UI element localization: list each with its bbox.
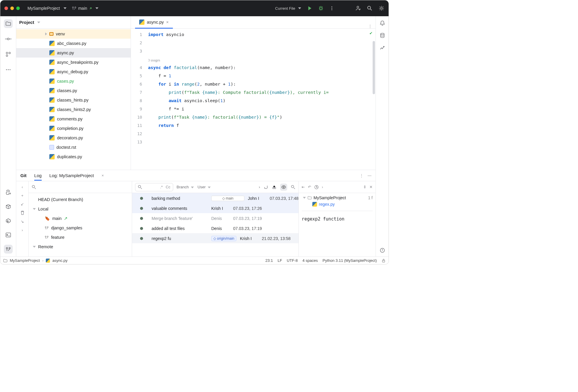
tree-item[interactable]: classes_hints2.py: [16, 105, 131, 114]
usages-hint[interactable]: 3 usages: [148, 58, 160, 62]
close-tab-icon[interactable]: ×: [102, 173, 104, 178]
inspections-ok-icon[interactable]: ✔: [369, 31, 373, 35]
tree-item[interactable]: async_breakpoints.py: [16, 58, 131, 67]
tree-item[interactable]: doctest.rst: [16, 143, 131, 152]
expand-icon[interactable]: ›: [22, 228, 23, 232]
checkout-icon[interactable]: ↙: [21, 202, 24, 206]
run-icon[interactable]: [307, 6, 312, 11]
search-icon[interactable]: [291, 185, 296, 190]
chart-icon[interactable]: [380, 45, 385, 50]
notifications-icon[interactable]: [380, 20, 385, 26]
tree-item[interactable]: async_debug.py: [16, 67, 131, 76]
structure-tool-icon[interactable]: [4, 50, 13, 59]
more-tools-icon[interactable]: [4, 65, 13, 74]
debug-icon[interactable]: [318, 6, 324, 11]
log-filter-input[interactable]: .* Cc: [135, 183, 173, 191]
tree-item[interactable]: venv: [16, 29, 131, 39]
expand-collapse-icon[interactable]: ⇕: [363, 185, 366, 189]
cherry-pick-icon[interactable]: [272, 185, 277, 190]
search-icon[interactable]: [367, 5, 373, 11]
branch-item[interactable]: django_samples: [32, 223, 129, 233]
encoding[interactable]: UTF-8: [287, 258, 298, 263]
terminal-icon[interactable]: [4, 231, 13, 239]
fetch-icon[interactable]: ↘: [21, 219, 24, 224]
tree-item[interactable]: classes_hints.py: [16, 95, 131, 105]
commit-row[interactable]: regexp2 fu◇ origin/mainKrish I21.02.23, …: [132, 233, 298, 243]
branch-switcher[interactable]: main: [72, 6, 98, 11]
branch-filter[interactable]: Branch: [177, 185, 194, 189]
git-branches: HEAD (Current Branch) Local🔖 main ↗ djan…: [29, 181, 132, 257]
project-tree[interactable]: venvabc_classes.pyasync.pyasync_breakpoi…: [16, 29, 131, 170]
project-selector[interactable]: MySampleProject: [27, 6, 66, 11]
branch-group[interactable]: Remote: [32, 242, 129, 251]
commit-tool-icon[interactable]: [4, 35, 13, 43]
close-window-icon[interactable]: [4, 6, 8, 10]
tree-item[interactable]: classes.py: [16, 86, 131, 95]
next-icon[interactable]: ›: [322, 185, 323, 190]
commit-row[interactable]: added all test filesDenis07.03.23, 17:19: [132, 223, 298, 233]
run-config-selector[interactable]: Current File: [275, 6, 301, 11]
git-tab-log2[interactable]: Log: MySampleProject: [49, 173, 94, 178]
interpreter[interactable]: Python 3.11 (MySampleProject): [322, 258, 377, 263]
search-icon[interactable]: [32, 185, 36, 190]
project-tool-icon[interactable]: [4, 19, 13, 28]
add-icon[interactable]: +: [21, 193, 24, 198]
python-file-icon: [49, 41, 55, 46]
minimize-panel-icon[interactable]: —: [368, 173, 371, 178]
close-tab-icon[interactable]: ×: [166, 20, 168, 24]
git-options-icon[interactable]: ⋮: [360, 173, 363, 178]
line-sep[interactable]: LF: [277, 258, 282, 263]
head-branch[interactable]: HEAD (Current Branch): [32, 195, 129, 204]
regex-toggle[interactable]: .*: [160, 185, 163, 189]
eye-icon[interactable]: [280, 184, 287, 191]
user-filter[interactable]: User: [197, 185, 211, 189]
collapse-icon[interactable]: ‹: [22, 185, 23, 189]
branch-group[interactable]: Local: [32, 204, 129, 214]
case-toggle[interactable]: Cc: [166, 185, 171, 189]
packages-icon[interactable]: [4, 202, 13, 211]
indent[interactable]: 4 spaces: [302, 258, 318, 263]
git-tab-git[interactable]: Git: [20, 173, 27, 178]
editor-scrollbar[interactable]: [373, 41, 375, 94]
go-to-icon[interactable]: ⇤: [302, 185, 305, 190]
git-tool-icon[interactable]: [4, 245, 13, 254]
problems-icon[interactable]: [380, 248, 385, 253]
git-tab-log[interactable]: Log: [34, 173, 42, 178]
tree-item[interactable]: comments.py: [16, 114, 131, 124]
refresh-icon[interactable]: [264, 185, 268, 190]
commit-row[interactable]: Merge branch 'feature'Denis07.03.23, 17:…: [132, 213, 298, 223]
python-console-icon[interactable]: [4, 188, 13, 197]
tree-item[interactable]: async.py: [16, 48, 131, 58]
chevron-down-icon[interactable]: [37, 22, 40, 23]
more-icon[interactable]: [329, 6, 334, 11]
settings-icon[interactable]: [379, 5, 384, 11]
minimize-window-icon[interactable]: [10, 6, 14, 10]
tree-item[interactable]: duplicates.py: [16, 152, 131, 161]
tree-item[interactable]: decorators.py: [16, 133, 131, 143]
tab-menu-icon[interactable]: ⋮: [368, 24, 372, 28]
branch-item[interactable]: 🔖 main ↗: [32, 214, 129, 223]
maximize-window-icon[interactable]: [16, 6, 20, 10]
close-detail-icon[interactable]: ✕: [369, 185, 373, 189]
tree-item[interactable]: completion.py: [16, 124, 131, 133]
branch-item[interactable]: feature: [32, 233, 129, 242]
lock-icon[interactable]: [381, 259, 386, 263]
delete-icon[interactable]: [20, 210, 25, 215]
commit-row[interactable]: valuable commentsKrish I07.03.23, 17:26: [132, 203, 298, 213]
database-icon[interactable]: [380, 33, 385, 38]
detail-file[interactable]: regex.py: [319, 202, 335, 207]
editor-tab[interactable]: async.py ×: [135, 17, 173, 28]
services-icon[interactable]: [4, 216, 13, 225]
tree-item[interactable]: cases.py: [16, 76, 131, 86]
commit-row[interactable]: barking method◇ mainJohn I07.03.23, 17:4…: [132, 193, 298, 203]
caret-pos[interactable]: 23:1: [265, 258, 273, 263]
chevron-down-icon[interactable]: [303, 197, 306, 199]
tree-item[interactable]: abc_classes.py: [16, 39, 131, 48]
code-area[interactable]: 3 usagesimport asyncio async def factori…: [146, 29, 376, 170]
code-with-me-icon[interactable]: [355, 5, 361, 11]
next-icon[interactable]: ›: [259, 185, 260, 189]
breadcrumb[interactable]: MySampleProject › async.py: [3, 258, 68, 263]
history-icon[interactable]: [314, 185, 319, 190]
python-file-icon: [49, 135, 55, 141]
revert-icon[interactable]: ↶: [308, 185, 311, 190]
